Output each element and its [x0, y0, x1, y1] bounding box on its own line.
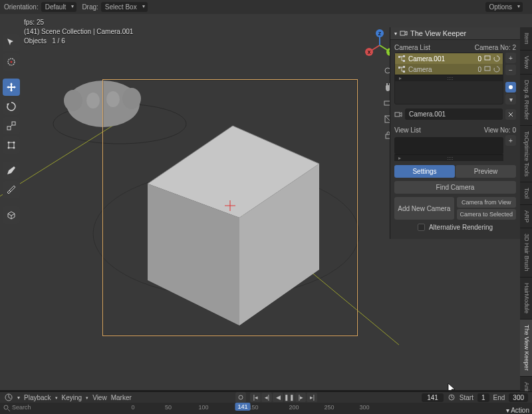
- add-new-camera-button[interactable]: Add New Camera: [394, 197, 454, 220]
- current-frame-field[interactable]: 141: [422, 393, 444, 402]
- vtab-item[interactable]: Item: [520, 27, 532, 51]
- vtab-3dhairbrush[interactable]: 3D Hair Brush: [520, 228, 532, 278]
- cursor-tool[interactable]: [3, 53, 20, 71]
- tab-preview[interactable]: Preview: [456, 165, 516, 178]
- add-cube-tool[interactable]: [3, 206, 20, 224]
- move-tool[interactable]: [3, 79, 20, 96]
- svg-point-1: [11, 61, 13, 63]
- view-list[interactable]: [394, 137, 503, 154]
- rotate-tool[interactable]: [3, 98, 20, 115]
- camera-no-value: 2: [512, 44, 516, 51]
- drag-dropdown[interactable]: Select Box: [101, 2, 148, 12]
- gizmo-x-icon[interactable]: X: [365, 48, 373, 56]
- options-dropdown[interactable]: Options: [485, 2, 523, 12]
- camera-name: Camera.001: [408, 55, 445, 63]
- search-field[interactable]: Search: [12, 404, 31, 411]
- vtab-drop-render[interactable]: Drop & Render: [520, 75, 532, 126]
- start-label: Start: [460, 394, 473, 401]
- header-bar: Orientation: Default Drag: Select Box Op…: [0, 0, 532, 14]
- delete-camera-button[interactable]: [505, 109, 516, 120]
- end-frame-field[interactable]: 300: [509, 393, 528, 402]
- screen-icon[interactable]: [484, 66, 491, 73]
- svg-rect-2: [7, 126, 11, 130]
- svg-rect-42: [398, 67, 400, 69]
- tab-settings[interactable]: Settings: [394, 165, 455, 178]
- camera-name: Camera: [408, 66, 432, 73]
- mouse-cursor-icon: [448, 383, 457, 390]
- view-menu[interactable]: View: [92, 394, 107, 401]
- vtab-viewkeeper[interactable]: The View Keeper: [520, 319, 532, 377]
- timeline-ruler[interactable]: Search 0 50 100 150 200 250 300 141 ▾ Ac…: [0, 403, 532, 414]
- camera-list[interactable]: Camera.001 0 Camera 0 ▸::::: [394, 53, 503, 104]
- vtab-hairmodule[interactable]: HairModule: [520, 278, 532, 319]
- add-view-button[interactable]: +: [505, 135, 516, 146]
- auto-key-button[interactable]: [235, 392, 246, 403]
- side-tabs: Item View Drop & Render ToOptimize Tools…: [520, 27, 532, 414]
- tweak-tool[interactable]: [3, 34, 20, 51]
- annotate-tool[interactable]: [3, 162, 20, 179]
- view-keeper-panel: ▾ The View Keeper Camera List Camera No:…: [390, 27, 520, 239]
- pause-button[interactable]: ❚❚: [284, 393, 295, 402]
- marker-menu[interactable]: Marker: [111, 394, 132, 401]
- svg-line-10: [9, 190, 11, 192]
- current-camera-field[interactable]: Camera.001: [405, 108, 503, 120]
- svg-rect-38: [398, 56, 400, 58]
- start-frame-field[interactable]: 1: [477, 393, 489, 402]
- action-dropdown[interactable]: ▾ Action: [506, 407, 529, 414]
- view-no-label: View No:: [484, 126, 511, 134]
- transform-tool[interactable]: [3, 136, 20, 154]
- gizmo-z-icon[interactable]: Z: [376, 29, 384, 37]
- vtab-arp[interactable]: ARP: [520, 205, 532, 229]
- next-key-button[interactable]: |▸: [295, 393, 306, 402]
- end-label: End: [493, 394, 505, 401]
- camera-from-view-button[interactable]: Camera from View: [457, 197, 517, 208]
- main-area: fps: 25 (141) Scene Collection | Camera.…: [0, 14, 532, 390]
- prev-key-button[interactable]: ◂|: [261, 393, 272, 402]
- svg-rect-37: [400, 31, 405, 35]
- add-camera-button[interactable]: +: [505, 53, 516, 63]
- svg-point-7: [13, 142, 15, 144]
- svg-rect-47: [395, 112, 400, 116]
- vtab-tooptimize[interactable]: ToOptimize Tools: [520, 126, 532, 182]
- tick-label: 250: [324, 404, 334, 411]
- refresh-icon[interactable]: [493, 66, 500, 73]
- find-camera-button[interactable]: Find Camera: [394, 181, 516, 194]
- svg-point-8: [8, 147, 10, 149]
- jump-start-button[interactable]: |◂: [250, 393, 261, 402]
- svg-rect-39: [403, 55, 405, 57]
- measure-tool[interactable]: [3, 181, 20, 198]
- panel-header[interactable]: ▾ The View Keeper: [390, 27, 520, 40]
- svg-line-4: [11, 125, 12, 126]
- svg-point-49: [239, 395, 243, 399]
- hierarchy-icon: [398, 55, 406, 63]
- more-menu-button[interactable]: ▾: [505, 94, 516, 104]
- play-reverse-button[interactable]: ◀: [273, 393, 283, 402]
- camera-row[interactable]: Camera.001 0: [395, 53, 503, 64]
- vtab-view[interactable]: View: [520, 51, 532, 75]
- camera-count: 0: [477, 66, 481, 73]
- orientation-dropdown[interactable]: Default: [41, 2, 77, 12]
- view-list-label: View List: [394, 126, 421, 134]
- alternative-rendering-checkbox[interactable]: Alternative Rendering: [394, 224, 516, 231]
- svg-rect-44: [403, 71, 405, 73]
- playback-controls: |◂ ◂| ◀ ❚❚ |▸ ▸|: [250, 393, 317, 402]
- search-icon[interactable]: [3, 404, 11, 412]
- screen-icon[interactable]: [484, 55, 491, 62]
- orientation-label: Orientation:: [4, 3, 39, 11]
- refresh-icon[interactable]: [493, 55, 500, 62]
- scale-tool[interactable]: [3, 117, 20, 134]
- timeline-editor-icon[interactable]: [4, 393, 13, 402]
- chevron-down-icon: ▾: [394, 31, 397, 37]
- drag-label: Drag:: [82, 3, 98, 11]
- playback-menu[interactable]: Playback: [24, 394, 58, 401]
- sync-button[interactable]: [505, 82, 516, 93]
- camera-row[interactable]: Camera 0: [395, 64, 503, 75]
- playhead[interactable]: 141: [235, 403, 250, 411]
- clock-icon[interactable]: [448, 393, 456, 401]
- view-no-value: 0: [512, 126, 516, 134]
- jump-end-button[interactable]: ▸|: [307, 393, 317, 402]
- keying-menu[interactable]: Keying: [62, 394, 89, 401]
- camera-to-selected-button[interactable]: Camera to Selected: [457, 209, 517, 220]
- remove-camera-button[interactable]: −: [505, 65, 516, 75]
- vtab-tool[interactable]: Tool: [520, 182, 532, 205]
